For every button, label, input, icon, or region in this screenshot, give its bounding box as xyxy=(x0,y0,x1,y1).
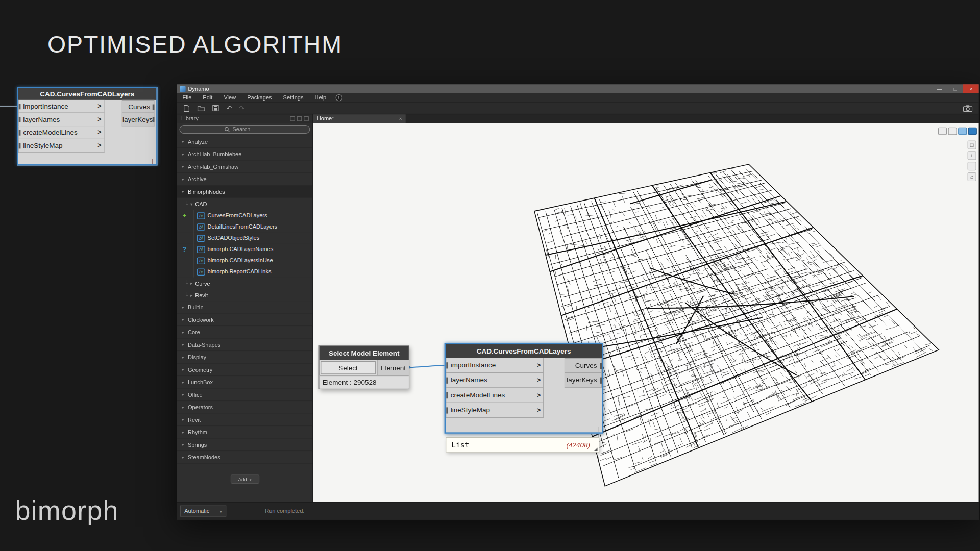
input-port-importinstance[interactable]: importInstance> xyxy=(446,358,544,373)
tree-guide-line xyxy=(194,210,194,277)
select-model-element-node[interactable]: Select Model Element Select Element Elem… xyxy=(318,345,409,389)
zoom-in-button[interactable]: + xyxy=(968,151,976,160)
chevron-right-icon: ▸ xyxy=(182,152,184,157)
bimorph-package-icon: bi xyxy=(197,223,205,230)
library-category-operators[interactable]: ▸Operators xyxy=(177,401,313,413)
library-category-revit[interactable]: ▸Revit xyxy=(177,414,313,426)
library-category-bimorphnodes[interactable]: ▸BimorphNodes xyxy=(177,186,313,198)
search-box[interactable] xyxy=(179,125,310,134)
library-category-archi-lab-bumblebee[interactable]: ▸Archi-lab_Bumblebee xyxy=(177,148,313,160)
new-file-icon[interactable] xyxy=(183,104,190,112)
library-subcategory-revit[interactable]: └▸Revit xyxy=(177,289,313,301)
library-category-analyze[interactable]: ▸Analyze xyxy=(177,136,313,148)
category-label: Clockwork xyxy=(188,316,214,322)
menu-file[interactable]: File xyxy=(177,94,198,101)
canvas[interactable]: □ + − ⌂ Select Model Element Select Elem… xyxy=(313,123,978,502)
geometry-view-icon[interactable] xyxy=(958,128,967,135)
library-node-curvesfromcadlayers[interactable]: +biCurvesFromCADLayers xyxy=(177,210,313,221)
list-preview[interactable]: List (42408) ◢ xyxy=(446,437,599,452)
toolbar: ↶ ↷ xyxy=(177,103,979,114)
select-button[interactable]: Select xyxy=(321,361,376,374)
library-category-core[interactable]: ▸Core xyxy=(177,326,313,338)
home-view-button[interactable]: ⌂ xyxy=(968,172,976,181)
output-port-layerkeys[interactable]: layerKeys xyxy=(122,113,155,127)
titlebar[interactable]: Dynamo — □ × xyxy=(177,84,979,93)
export-image-icon[interactable] xyxy=(963,105,972,113)
input-port-label: importInstance xyxy=(23,103,68,110)
minimize-button[interactable]: — xyxy=(932,84,948,93)
notification-icon[interactable]: ! xyxy=(336,94,342,101)
menu-view[interactable]: View xyxy=(218,94,241,101)
input-port-importinstance[interactable]: importInstance> xyxy=(18,100,105,113)
output-port-layerkeys[interactable]: layerKeys xyxy=(565,373,602,388)
add-button[interactable]: Add ▾ xyxy=(230,475,259,484)
input-port-createmodellines[interactable]: createModelLines> xyxy=(18,126,105,139)
input-port-createmodellines[interactable]: createModelLines> xyxy=(446,388,544,403)
input-port-layernames[interactable]: layerNames> xyxy=(446,373,544,388)
maximize-button[interactable]: □ xyxy=(947,84,963,93)
library-node-setcadobjectstyles[interactable]: biSetCADObjectStyles xyxy=(177,233,313,244)
library-compact-view-icon[interactable] xyxy=(297,116,302,121)
library-collapse-icon[interactable] xyxy=(304,116,309,121)
menu-settings[interactable]: Settings xyxy=(278,94,309,101)
library-node-cadlayersinuse[interactable]: bibimorph.CADLayersInUse xyxy=(177,255,313,266)
library-category-geometry[interactable]: ▸Geometry xyxy=(177,364,313,376)
library-category-lunchbox[interactable]: ▸LunchBox xyxy=(177,376,313,388)
library-category-display[interactable]: ▸Display xyxy=(177,351,313,363)
redo-icon[interactable]: ↷ xyxy=(239,105,244,111)
node-label: bimorph.ReportCADLinks xyxy=(208,269,272,275)
open-file-icon[interactable] xyxy=(197,105,205,111)
library-category-archive[interactable]: ▸Archive xyxy=(177,173,313,185)
library-node-detaillinesfromcadlayers[interactable]: biDetailLinesFromCADLayers xyxy=(177,221,313,232)
library-node-cadlayernames[interactable]: ?bibimorph.CADLayerNames xyxy=(177,244,313,255)
undo-icon[interactable]: ↶ xyxy=(226,105,232,111)
graph-view-icon[interactable] xyxy=(968,128,977,135)
node-title[interactable]: CAD.CurvesFromCADLayers xyxy=(446,344,602,358)
element-output-port[interactable]: Element xyxy=(377,360,408,375)
library-subcategory-cad[interactable]: └▾CAD xyxy=(177,198,313,210)
chevron-right-icon: ▸ xyxy=(182,455,184,460)
zoom-out-button[interactable]: − xyxy=(968,162,976,170)
library-category-clockwork[interactable]: ▸Clockwork xyxy=(177,314,313,326)
category-label: Archi-lab_Grimshaw xyxy=(188,163,238,169)
subcategory-label: CAD xyxy=(195,201,207,207)
input-port-layernames[interactable]: layerNames> xyxy=(18,113,105,127)
library-category-office[interactable]: ▸Office xyxy=(177,389,313,401)
tab-home[interactable]: Home* × xyxy=(313,114,405,123)
lacing-indicator: | xyxy=(597,426,599,432)
category-label: Analyze xyxy=(188,138,208,144)
pan-icon[interactable] xyxy=(938,128,947,135)
tree-branch-icon: └ xyxy=(184,281,188,286)
output-port-curves[interactable]: Curves xyxy=(565,358,602,373)
library-category-steamnodes[interactable]: ▸SteamNodes xyxy=(177,451,313,463)
chevron-right-icon: ▸ xyxy=(182,139,184,144)
library-category-springs[interactable]: ▸Springs xyxy=(177,439,313,451)
library-category-rhythm[interactable]: ▸Rhythm xyxy=(177,426,313,438)
chevron-right-icon: > xyxy=(537,403,541,417)
menu-help[interactable]: Help xyxy=(309,94,332,101)
expand-icon[interactable]: ◢ xyxy=(594,447,598,452)
input-port-linestylemap[interactable]: lineStyleMap> xyxy=(18,139,105,153)
search-input[interactable] xyxy=(233,126,265,132)
library-category-archi-lab-grimshaw[interactable]: ▸Archi-lab_Grimshaw xyxy=(177,161,313,173)
cad-curvesfromcadlayers-node[interactable]: CAD.CurvesFromCADLayers importInstance> … xyxy=(445,343,603,434)
run-mode-dropdown[interactable]: Automatic ▾ xyxy=(180,506,227,517)
orbit-icon[interactable] xyxy=(948,128,957,135)
library-category-data-shapes[interactable]: ▸Data-Shapes xyxy=(177,339,313,351)
library-panel: ▸Analyze ▸Archi-lab_Bumblebee ▸Archi-lab… xyxy=(177,123,313,502)
menu-edit[interactable]: Edit xyxy=(197,94,218,101)
close-button[interactable]: × xyxy=(963,84,979,93)
library-node-reportcadlinks[interactable]: bibimorph.ReportCADLinks xyxy=(177,266,313,278)
library-subcategory-curve[interactable]: └▸Curve xyxy=(177,278,313,289)
search-icon xyxy=(225,127,230,132)
input-port-linestylemap[interactable]: lineStyleMap> xyxy=(446,403,544,418)
library-category-builtin[interactable]: ▸BuiltIn xyxy=(177,301,313,313)
save-icon[interactable] xyxy=(212,104,219,112)
canvas-zoom-controls: □ + − ⌂ xyxy=(968,141,976,182)
library-list-view-icon[interactable] xyxy=(290,116,295,121)
tab-close-icon[interactable]: × xyxy=(399,116,402,121)
menu-packages[interactable]: Packages xyxy=(241,94,277,101)
node-title[interactable]: Select Model Element xyxy=(320,346,409,360)
output-port-curves[interactable]: Curves xyxy=(122,100,155,113)
fit-view-button[interactable]: □ xyxy=(968,141,976,149)
